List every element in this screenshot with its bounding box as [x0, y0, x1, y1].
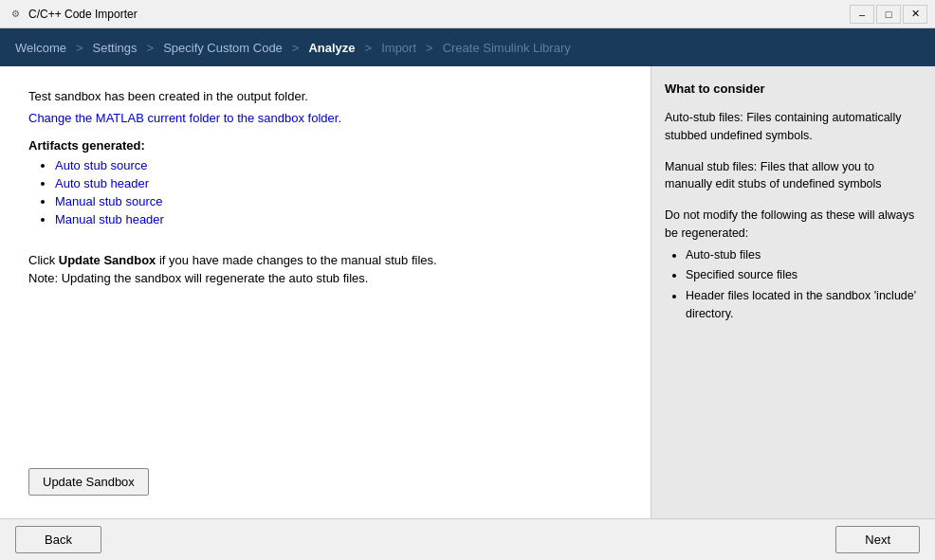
list-item: Manual stub header — [55, 212, 622, 226]
close-button[interactable]: ✕ — [903, 5, 927, 24]
right-panel-para1: Auto-stub files: Files containing automa… — [665, 109, 922, 145]
nav-analyze[interactable]: Analyze — [302, 37, 360, 59]
list-item: Specified source files — [686, 266, 922, 284]
artifact-list: Auto stub source Auto stub header Manual… — [28, 158, 622, 230]
nav-welcome[interactable]: Welcome — [9, 37, 72, 59]
click-update-text: Click Update Sandbox if you have made ch… — [28, 253, 622, 267]
main-area: Test sandbox has been created in the out… — [0, 66, 935, 518]
next-button[interactable]: Next — [835, 526, 920, 553]
auto-stub-header-link[interactable]: Auto stub header — [55, 176, 149, 190]
list-item: Auto stub header — [55, 176, 622, 190]
list-item: Auto-stub files — [686, 246, 922, 264]
right-panel-para2: Manual stub files: Files that allow you … — [665, 158, 922, 194]
update-sandbox-button[interactable]: Update Sandbox — [28, 468, 149, 496]
title-bar-controls: – □ ✕ — [850, 5, 927, 24]
sandbox-created-text: Test sandbox has been created in the out… — [28, 89, 622, 103]
nav-import: Import — [376, 37, 422, 59]
right-panel-para3: Do not modify the following as these wil… — [665, 207, 922, 243]
manual-stub-header-link[interactable]: Manual stub header — [55, 212, 164, 226]
manual-stub-source-link[interactable]: Manual stub source — [55, 194, 162, 208]
left-panel: Test sandbox has been created in the out… — [0, 66, 651, 518]
maximize-button[interactable]: □ — [876, 5, 901, 24]
artifacts-label: Artifacts generated: — [28, 138, 622, 153]
minimize-button[interactable]: – — [850, 5, 874, 24]
note-section: Click Update Sandbox if you have made ch… — [28, 253, 622, 285]
nav-sep-4: > — [365, 41, 373, 55]
nav-sep-1: > — [76, 41, 83, 55]
nav-bar: Welcome > Settings > Specify Custom Code… — [0, 28, 935, 66]
note-regenerate-text: Note: Updating the sandbox will regenera… — [28, 271, 622, 285]
nav-create-simulink: Create Simulink Library — [437, 37, 577, 59]
list-item: Manual stub source — [55, 194, 622, 208]
nav-settings[interactable]: Settings — [87, 37, 143, 59]
button-section: Update Sandbox — [28, 430, 622, 496]
nav-sep-2: > — [147, 41, 155, 55]
nav-specify-custom-code[interactable]: Specify Custom Code — [157, 37, 288, 59]
footer: Back Next — [0, 518, 935, 560]
right-panel-title: What to consider — [665, 81, 922, 96]
back-button[interactable]: Back — [15, 526, 101, 553]
title-bar-text: C/C++ Code Importer — [28, 8, 850, 21]
nav-sep-5: > — [426, 41, 433, 55]
list-item: Header files located in the sandbox 'inc… — [686, 287, 922, 323]
app-icon: ⚙ — [8, 7, 23, 22]
right-panel: What to consider Auto-stub files: Files … — [651, 66, 935, 518]
right-panel-list: Auto-stub files Specified source files H… — [665, 246, 922, 323]
list-item: Auto stub source — [55, 158, 622, 172]
nav-sep-3: > — [292, 41, 300, 55]
change-folder-link[interactable]: Change the MATLAB current folder to the … — [28, 111, 622, 125]
auto-stub-source-link[interactable]: Auto stub source — [55, 158, 148, 172]
title-bar: ⚙ C/C++ Code Importer – □ ✕ — [0, 0, 935, 28]
